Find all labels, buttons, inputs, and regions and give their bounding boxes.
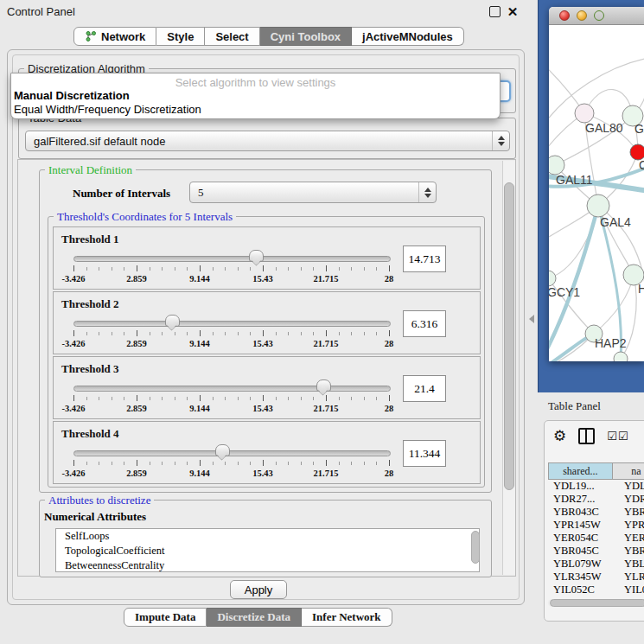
network-edge[interactable] (549, 206, 598, 278)
table-row[interactable]: YDR27...YDR2 (548, 493, 644, 506)
close-icon[interactable]: ✕ (507, 6, 519, 18)
slider-tick (339, 462, 340, 465)
slider-track[interactable] (73, 450, 391, 456)
slider-tick (276, 462, 277, 465)
algorithm-dropdown-popup: Select algorithm to view settingsManual … (10, 73, 501, 119)
number-of-intervals-label: Number of Intervals (73, 187, 170, 201)
network-node[interactable] (614, 352, 628, 361)
minimize-traffic-light-icon[interactable] (577, 10, 587, 21)
slider-scale-label: 21.715 (303, 274, 349, 284)
columns-icon[interactable] (578, 428, 595, 444)
slider-thumb[interactable] (249, 250, 264, 262)
algorithm-hint: Select algorithm to view settings (11, 76, 500, 89)
tab-impute-data[interactable]: Impute Data (124, 608, 207, 627)
number-of-intervals-combobox[interactable]: 5 (189, 182, 437, 203)
attribute-list-item[interactable]: BetweennessCentrality (56, 558, 479, 572)
column-header-2[interactable]: na (613, 462, 644, 480)
slider-thumb[interactable] (215, 444, 230, 456)
table-row[interactable]: YBR045CYBR0 (548, 545, 644, 558)
attribute-list-item[interactable]: TopologicalCoefficient (56, 544, 479, 558)
slider-track[interactable] (73, 256, 391, 262)
slider-tick (213, 397, 214, 400)
table-cell: YER054C (548, 532, 618, 545)
checkbox-icons[interactable]: ☑☑ (607, 430, 628, 443)
algorithm-option-equal-width[interactable]: Equal Width/Frequency Discretization (14, 103, 201, 116)
slider-tick (112, 462, 112, 465)
table-cell: YPR145W (548, 519, 618, 532)
table-row[interactable]: YER054CYER0 (548, 532, 644, 545)
tab-cyni-toolbox[interactable]: Cyni Toolbox (260, 27, 352, 46)
slider-track[interactable] (73, 386, 391, 392)
node-table[interactable]: shared...na YDL19...YDL1YDR27...YDR2YBR0… (548, 462, 644, 595)
slider-tick (99, 397, 99, 400)
network-window-titlebar[interactable] (549, 7, 644, 25)
table-data-combobox-value: galFiltered.sif default node (34, 135, 165, 148)
slider-tick (99, 267, 99, 271)
tab-infer-network[interactable]: Infer Network (302, 608, 392, 627)
slider-scale-label: 2.859 (113, 404, 160, 413)
algorithm-option-manual[interactable]: Manual Discretization (14, 89, 130, 102)
numerical-attributes-list[interactable]: SelfLoopsTopologicalCoefficientBetweenne… (55, 528, 480, 572)
table-row[interactable]: YIL052CYIL0 (548, 583, 644, 595)
slider-tick (238, 267, 239, 271)
attributes-scrollbar-thumb[interactable] (471, 531, 480, 564)
threshold-panel-1: Threshold 1-3.4262.8599.14415.4321.71528… (53, 226, 481, 290)
slider-tick (263, 265, 264, 271)
vertical-scrollbar-thumb[interactable] (504, 182, 514, 490)
network-view-frame: GAL80GACGAL11GAL4GCY1HHAP2 (538, 0, 644, 392)
table-cell: YDR27... (548, 493, 618, 506)
slider-tick (213, 462, 214, 465)
table-row[interactable]: YLR345WYLR3 (548, 571, 644, 583)
slider-tick (187, 462, 188, 465)
table-data-combobox[interactable]: galFiltered.sif default node (25, 131, 510, 151)
table-hscrollbar-track[interactable] (548, 599, 644, 607)
network-graph[interactable]: GAL80GACGAL11GAL4GCY1HHAP2 (549, 25, 644, 361)
apply-button[interactable]: Apply (230, 580, 287, 599)
threshold-value-field[interactable]: 21.4 (403, 375, 446, 402)
interval-definition-label: Interval Definition (45, 163, 136, 177)
slider-thumb[interactable] (316, 379, 331, 392)
slider-tick (225, 332, 226, 335)
slider-tick (301, 462, 302, 465)
table-row[interactable]: YBR043CYBR0 (548, 506, 644, 519)
tab-jactivemnodules[interactable]: jActiveMNodules (352, 27, 464, 46)
slider-track[interactable] (73, 321, 391, 327)
table-row[interactable]: YPR145WYPR1 (548, 519, 644, 532)
slider-scale-label: 28 (366, 469, 412, 478)
attribute-list-item[interactable]: SelfLoops (56, 529, 479, 544)
slider-tick (301, 267, 302, 271)
slider-scale-label: -3.426 (50, 274, 97, 284)
tab-network[interactable]: Network (73, 27, 156, 46)
slider-scale-label: 28 (366, 274, 412, 284)
tab-label: Infer Network (312, 610, 381, 624)
table-hscrollbar-thumb[interactable] (550, 599, 644, 607)
network-node-gal4[interactable] (587, 194, 609, 217)
close-traffic-light-icon[interactable] (559, 10, 570, 21)
tab-style[interactable]: Style (156, 27, 205, 46)
network-node-gcy1[interactable] (549, 271, 556, 286)
threshold-value-field[interactable]: 11.344 (403, 440, 446, 467)
threshold-value-field[interactable]: 14.713 (403, 245, 446, 272)
network-node-gal11[interactable] (549, 156, 564, 175)
column-header-1[interactable]: shared... (548, 462, 613, 480)
slider-tick (364, 332, 365, 335)
tab-select[interactable]: Select (205, 27, 259, 46)
table-row[interactable]: YDL19...YDL1 (548, 480, 644, 493)
panel-splitter-grip[interactable] (529, 315, 534, 323)
gear-icon[interactable]: ⚙ (553, 429, 566, 444)
table-cell: YLR3 (618, 571, 644, 583)
network-node-label: H (638, 282, 644, 296)
slider-tick (175, 397, 175, 400)
table-row[interactable]: YBL079WYBL0 (548, 558, 644, 571)
float-window-icon[interactable] (489, 6, 501, 17)
tab-discretize-data[interactable]: Discretize Data (207, 608, 302, 627)
network-canvas[interactable]: GAL80GACGAL11GAL4GCY1HHAP2 (549, 25, 644, 361)
network-icon (85, 30, 97, 42)
slider-tick (339, 397, 340, 400)
table-panel-window: ⚙ ☑☑ shared...na YDL19...YDL1YDR27...YDR… (544, 420, 644, 622)
zoom-traffic-light-icon[interactable] (594, 10, 604, 21)
threshold-value-field[interactable]: 6.316 (403, 310, 446, 337)
tab-label: Style (167, 30, 194, 43)
network-node-gal80[interactable] (575, 104, 594, 123)
slider-thumb[interactable] (165, 315, 180, 327)
